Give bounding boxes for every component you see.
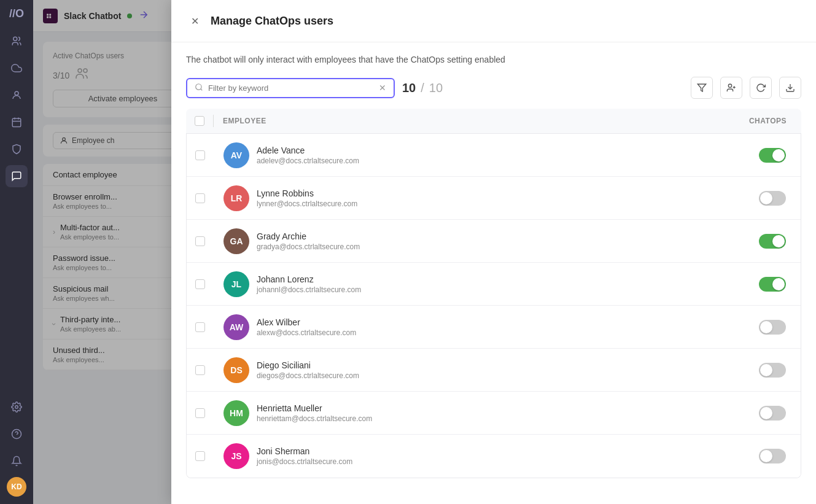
employee-info-grady-archie: GA Grady Archie gradya@docs.ctrlaltsecur… — [216, 221, 727, 262]
sidebar-icon-users[interactable] — [6, 30, 28, 52]
select-all-checkbox[interactable] — [186, 116, 213, 126]
chatops-toggle-adele-vance[interactable] — [759, 148, 786, 163]
svg-point-19 — [728, 84, 731, 87]
employee-info-lynne-robbins: LR Lynne Robbins lynner@docs.ctrlaltsecu… — [216, 178, 727, 219]
table-row: GA Grady Archie gradya@docs.ctrlaltsecur… — [187, 220, 801, 263]
modal-overlay: ✕ Manage ChatOps users The chatbot will … — [33, 0, 816, 504]
table-row: LR Lynne Robbins lynner@docs.ctrlaltsecu… — [187, 177, 801, 220]
sidebar-icon-bell[interactable] — [6, 450, 28, 472]
refresh-button[interactable] — [750, 77, 772, 99]
chatops-toggle-cell-alex-wilber — [727, 320, 801, 335]
add-user-button[interactable] — [720, 77, 742, 99]
chatops-toggle-lynne-robbins[interactable] — [759, 191, 786, 206]
employee-name-alex-wilber: Alex Wilber — [257, 317, 356, 327]
sidebar-icon-shield[interactable] — [6, 138, 28, 160]
download-button[interactable] — [779, 77, 801, 99]
result-count: 10 — [402, 81, 416, 95]
chatops-toggle-grady-archie[interactable] — [759, 234, 786, 249]
svg-marker-18 — [697, 84, 705, 91]
chatops-toggle-cell-grady-archie — [727, 234, 801, 249]
avatar-alex-wilber: AW — [223, 314, 249, 340]
table-row: HM Henrietta Mueller henriettam@docs.ctr… — [187, 392, 801, 435]
row-checkbox-alex-wilber[interactable] — [187, 322, 214, 332]
employee-email-lynne-robbins: lynner@docs.ctrlaltsecure.com — [257, 200, 357, 208]
svg-point-1 — [15, 91, 18, 95]
sidebar-icon-cloud[interactable] — [6, 57, 28, 79]
avatar-adele-vance: AV — [223, 142, 249, 168]
row-checkbox-joni-sherman[interactable] — [187, 451, 214, 461]
employee-name-lynne-robbins: Lynne Robbins — [257, 188, 357, 198]
svg-rect-2 — [12, 118, 21, 127]
employee-name-diego-siciliani: Diego Siciliani — [257, 360, 359, 370]
svg-point-6 — [15, 406, 18, 409]
employee-email-henrietta-mueller: henriettam@docs.ctrlaltsecure.com — [257, 414, 372, 423]
sidebar-icon-settings[interactable] — [6, 396, 28, 418]
employee-email-joni-sherman: jonis@docs.ctrlaltsecure.com — [257, 457, 352, 466]
avatar-diego-siciliani: DS — [223, 357, 249, 383]
modal-header: ✕ Manage ChatOps users — [171, 0, 816, 42]
row-checkbox-adele-vance[interactable] — [187, 150, 214, 160]
employee-info-joni-sherman: JS Joni Sherman jonis@docs.ctrlaltsecure… — [216, 436, 727, 476]
modal-close-button[interactable]: ✕ — [186, 12, 203, 29]
chatops-toggle-joni-sherman[interactable] — [759, 449, 786, 463]
chatops-toggle-cell-joni-sherman — [727, 449, 801, 463]
sidebar: //O KD — [0, 0, 33, 504]
modal-body: The chatbot will only interact with empl… — [171, 42, 816, 504]
svg-point-16 — [196, 83, 201, 89]
employee-email-diego-siciliani: diegos@docs.ctrlaltsecure.com — [257, 371, 359, 380]
chatops-toggle-alex-wilber[interactable] — [759, 320, 786, 335]
employee-info-henrietta-mueller: HM Henrietta Mueller henriettam@docs.ctr… — [216, 393, 727, 433]
employee-email-adele-vance: adelev@docs.ctrlaltsecure.com — [257, 157, 359, 165]
chatops-toggle-cell-lynne-robbins — [727, 191, 801, 206]
avatar-joni-sherman: JS — [223, 443, 249, 469]
table-row: DS Diego Siciliani diegos@docs.ctrlaltse… — [187, 349, 801, 392]
chatops-toggle-johann-lorenz[interactable] — [759, 277, 786, 292]
employee-info-alex-wilber: AW Alex Wilber alexw@docs.ctrlaltsecure.… — [216, 307, 727, 347]
modal-toolbar: ✕ 10 / 10 — [186, 77, 801, 99]
employee-email-alex-wilber: alexw@docs.ctrlaltsecure.com — [257, 328, 356, 337]
table-row: AW Alex Wilber alexw@docs.ctrlaltsecure.… — [187, 306, 801, 349]
svg-point-0 — [14, 37, 17, 41]
employee-email-grady-archie: gradya@docs.ctrlaltsecure.com — [257, 242, 360, 251]
employee-email-johann-lorenz: johannl@docs.ctrlaltsecure.com — [257, 285, 361, 294]
filter-button[interactable] — [691, 77, 713, 99]
employee-name-henrietta-mueller: Henrietta Mueller — [257, 403, 372, 413]
employee-info-adele-vance: AV Adele Vance adelev@docs.ctrlaltsecure… — [216, 135, 727, 176]
employee-info-diego-siciliani: DS Diego Siciliani diegos@docs.ctrlaltse… — [216, 350, 727, 390]
employee-name-joni-sherman: Joni Sherman — [257, 446, 352, 456]
sidebar-icon-help[interactable] — [6, 423, 28, 445]
row-checkbox-johann-lorenz[interactable] — [187, 279, 214, 289]
chatops-toggle-diego-siciliani[interactable] — [759, 363, 786, 378]
avatar-grady-archie: GA — [223, 228, 249, 254]
table-row: JS Joni Sherman jonis@docs.ctrlaltsecure… — [187, 435, 801, 478]
employee-name-johann-lorenz: Johann Lorenz — [257, 274, 361, 284]
search-input[interactable] — [208, 83, 374, 93]
chatops-toggle-cell-henrietta-mueller — [727, 406, 801, 421]
chatops-toggle-henrietta-mueller[interactable] — [759, 406, 786, 421]
chatops-toggle-cell-adele-vance — [727, 148, 801, 163]
table-row: AV Adele Vance adelev@docs.ctrlaltsecure… — [187, 134, 801, 177]
employee-name-grady-archie: Grady Archie — [257, 231, 360, 241]
sidebar-icon-calendar[interactable] — [6, 111, 28, 133]
search-clear-button[interactable]: ✕ — [379, 83, 386, 93]
search-icon — [195, 83, 203, 93]
search-box: ✕ — [186, 78, 395, 98]
manage-chatops-modal: ✕ Manage ChatOps users The chatbot will … — [171, 0, 816, 504]
user-avatar[interactable]: KD — [7, 477, 26, 497]
sidebar-icon-chat[interactable] — [6, 165, 28, 187]
modal-title: Manage ChatOps users — [211, 15, 333, 28]
row-checkbox-lynne-robbins[interactable] — [187, 193, 214, 203]
row-checkbox-henrietta-mueller[interactable] — [187, 408, 214, 418]
employee-name-adele-vance: Adele Vance — [257, 145, 359, 155]
table-row: JL Johann Lorenz johannl@docs.ctrlaltsec… — [187, 263, 801, 306]
chatops-toggle-cell-diego-siciliani — [727, 363, 801, 378]
modal-description: The chatbot will only interact with empl… — [186, 55, 801, 64]
svg-line-17 — [201, 88, 203, 90]
row-checkbox-grady-archie[interactable] — [187, 236, 214, 246]
main-content: Slack Chatbot Active ChatOps users 3/10 … — [33, 0, 816, 504]
sidebar-icon-profile[interactable] — [6, 84, 28, 106]
avatar-henrietta-mueller: HM — [223, 400, 249, 426]
row-checkbox-diego-siciliani[interactable] — [187, 365, 214, 375]
avatar-lynne-robbins: LR — [223, 185, 249, 211]
column-chatops-header: ChatOps — [728, 117, 801, 125]
